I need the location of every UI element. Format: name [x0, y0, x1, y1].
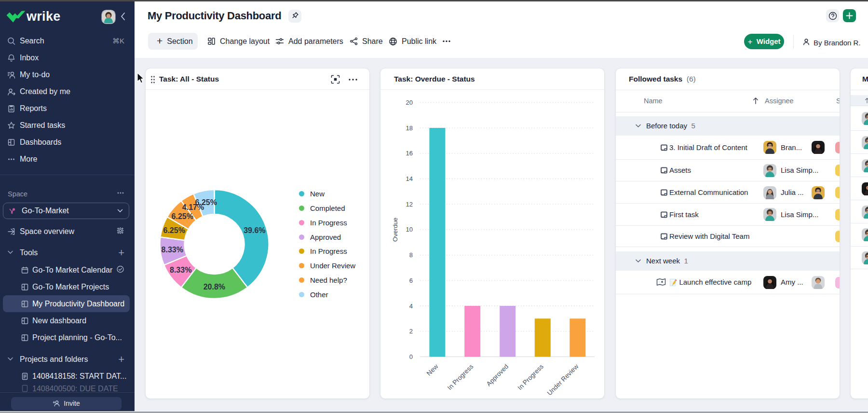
svg-text:8.33%: 8.33% — [170, 266, 191, 274]
svg-text:New: New — [425, 363, 440, 377]
svg-text:Under Review: Under Review — [546, 363, 580, 397]
svg-text:39.6%: 39.6% — [244, 226, 265, 234]
svg-text:8.33%: 8.33% — [162, 246, 183, 254]
svg-text:6.25%: 6.25% — [172, 212, 193, 220]
svg-text:16: 16 — [406, 150, 413, 157]
svg-text:In Progress: In Progress — [516, 363, 545, 392]
svg-text:6.25%: 6.25% — [195, 198, 217, 206]
svg-text:6.25%: 6.25% — [163, 226, 185, 234]
svg-text:wrike: wrike — [26, 9, 61, 24]
svg-text:Approved: Approved — [485, 363, 510, 387]
svg-text:Overdue: Overdue — [392, 218, 399, 242]
svg-text:0: 0 — [409, 353, 413, 360]
svg-text:4: 4 — [409, 303, 413, 310]
svg-text:14: 14 — [406, 175, 413, 182]
svg-text:2: 2 — [409, 328, 413, 335]
svg-text:20: 20 — [406, 99, 413, 106]
svg-text:6: 6 — [409, 277, 413, 284]
svg-text:20.8%: 20.8% — [203, 283, 225, 291]
svg-text:In Progress: In Progress — [446, 363, 475, 392]
svg-text:10: 10 — [406, 226, 413, 233]
svg-text:12: 12 — [406, 201, 413, 208]
svg-text:18: 18 — [406, 124, 413, 132]
svg-text:8: 8 — [409, 251, 413, 259]
